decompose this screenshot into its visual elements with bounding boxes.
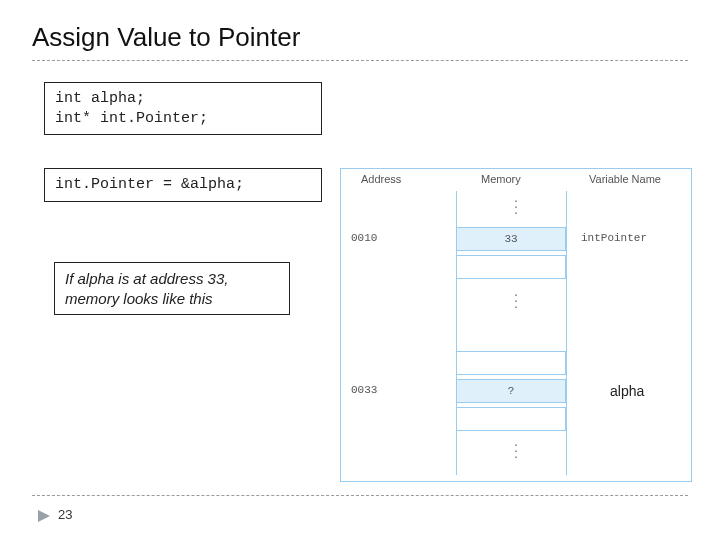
diagram-addr-1: 0010 bbox=[351, 232, 431, 244]
diagram-header-address: Address bbox=[361, 173, 401, 185]
diagram-ellipsis: ... bbox=[341, 291, 691, 309]
alpha-variable-label: alpha bbox=[610, 383, 644, 399]
diagram-ellipsis: ... bbox=[341, 441, 691, 459]
diagram-header-varname: Variable Name bbox=[589, 173, 661, 185]
play-icon bbox=[38, 510, 50, 522]
diagram-header-memory: Memory bbox=[481, 173, 521, 185]
diagram-row-empty-b bbox=[341, 351, 691, 377]
code-box-assignment: int.Pointer = &alpha; bbox=[44, 168, 322, 202]
explanation-note: If alpha is at address 33, memory looks … bbox=[54, 262, 290, 315]
diagram-mem-1: 33 bbox=[456, 227, 566, 251]
diagram-row-empty-c bbox=[341, 407, 691, 433]
footer-divider bbox=[32, 495, 688, 496]
diagram-addr-2: 0033 bbox=[351, 384, 431, 396]
page-number: 23 bbox=[58, 507, 72, 522]
code-box-declarations: int alpha; int* int.Pointer; bbox=[44, 82, 322, 135]
diagram-row-pointer: 0010 33 intPointer bbox=[341, 227, 691, 253]
diagram-mem-2: ? bbox=[456, 379, 566, 403]
diagram-var-1: intPointer bbox=[581, 232, 681, 244]
diagram-ellipsis: ... bbox=[341, 197, 691, 215]
memory-diagram: Address Memory Variable Name ... 0010 33… bbox=[340, 168, 692, 482]
diagram-mem-empty bbox=[456, 351, 566, 375]
diagram-row-empty-a bbox=[341, 255, 691, 281]
diagram-mem-empty bbox=[456, 407, 566, 431]
svg-marker-0 bbox=[38, 510, 50, 522]
diagram-mem-empty bbox=[456, 255, 566, 279]
slide-title: Assign Value to Pointer bbox=[32, 22, 300, 53]
title-divider bbox=[32, 60, 688, 61]
